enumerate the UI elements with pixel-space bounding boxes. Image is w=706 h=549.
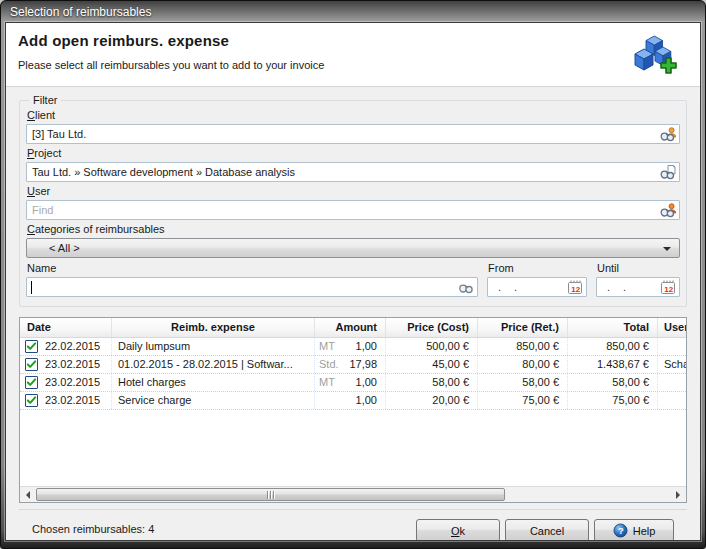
text-caret [31, 281, 32, 294]
scroll-left-button[interactable] [20, 487, 36, 502]
user-field[interactable]: Find [26, 200, 680, 220]
column-header-price-ret[interactable]: Price (Ret.) [478, 318, 568, 337]
row-unit: MT [315, 374, 341, 391]
filter-group: Filter Client [3] Tau Ltd. Project Tau L… [19, 94, 687, 307]
row-amount: 1,00 [341, 392, 386, 409]
titlebar[interactable]: Selection of reimbursables [1, 1, 705, 22]
thumb-grip-icon [267, 491, 268, 499]
dialog-footer: Chosen reimbursables: 4 Ok Cancel [19, 509, 687, 541]
dialog-body: Filter Client [3] Tau Ltd. Project Tau L… [6, 87, 700, 541]
reimbursables-table: Date Reimb. expense Amount Price (Cost) … [19, 317, 687, 503]
row-checkbox[interactable] [25, 358, 38, 371]
find-client-icon[interactable] [660, 126, 676, 142]
dialog-header: Add open reimburs. expense Please select… [6, 23, 700, 87]
client-value: [3] Tau Ltd. [32, 128, 86, 140]
project-label: Project [27, 147, 680, 159]
table-row[interactable]: 23.02.2015 Service charge 1,00 20,00 € 7… [20, 392, 686, 410]
cancel-button-label: Cancel [530, 525, 564, 537]
find-icon[interactable] [458, 279, 474, 295]
row-user: Scha [658, 356, 686, 373]
row-unit [315, 392, 341, 409]
table-empty-area [20, 410, 686, 486]
scrollbar-thumb[interactable] [36, 488, 505, 501]
table-row[interactable]: 22.02.2015 Daily lumpsum MT 1,00 500,00 … [20, 338, 686, 356]
until-date-input[interactable]: . . 12 [596, 277, 680, 297]
help-button[interactable]: ? Help [594, 519, 674, 541]
thumb-grip-icon [273, 491, 274, 499]
row-price-ret: 850,00 € [478, 338, 568, 355]
dialog-window: Selection of reimbursables Add open reim… [0, 0, 706, 549]
row-date: 23.02.2015 [45, 374, 100, 391]
row-total: 58,00 € [568, 374, 658, 391]
name-input[interactable] [26, 277, 478, 297]
column-header-expense[interactable]: Reimb. expense [112, 318, 315, 337]
column-header-amount[interactable]: Amount [315, 318, 386, 337]
row-user [658, 392, 686, 409]
arrow-left-icon [26, 491, 30, 499]
user-placeholder: Find [32, 204, 53, 216]
categories-dropdown[interactable]: < All > [26, 238, 680, 258]
row-price-cost: 20,00 € [386, 392, 478, 409]
categories-selected: < All > [49, 242, 80, 254]
row-unit: Std. [315, 356, 341, 373]
table-row[interactable]: 23.02.2015 01.02.2015 - 28.02.2015 | Sof… [20, 356, 686, 374]
scrollbar-track[interactable] [36, 487, 670, 502]
check-icon [26, 377, 37, 388]
row-total: 75,00 € [568, 392, 658, 409]
from-date-input[interactable]: . . 12 [487, 277, 587, 297]
row-date: 23.02.2015 [45, 392, 100, 409]
column-header-total[interactable]: Total [568, 318, 658, 337]
row-total: 1.438,67 € [568, 356, 658, 373]
arrow-right-icon [676, 491, 680, 499]
thumb-grip-icon [270, 491, 271, 499]
project-value: Tau Ltd. » Software development » Databa… [32, 166, 295, 178]
row-user [658, 338, 686, 355]
row-user [658, 374, 686, 391]
row-checkbox[interactable] [25, 376, 38, 389]
row-unit: MT [315, 338, 341, 355]
client-field[interactable]: [3] Tau Ltd. [26, 124, 680, 144]
row-date: 22.02.2015 [45, 338, 100, 355]
from-label: From [488, 262, 587, 274]
check-icon [26, 395, 37, 406]
ok-button[interactable]: Ok [416, 519, 500, 541]
find-user-icon[interactable] [660, 202, 676, 218]
row-price-cost: 500,00 € [386, 338, 478, 355]
row-checkbox[interactable] [25, 394, 38, 407]
row-price-cost: 58,00 € [386, 374, 478, 391]
check-icon [26, 359, 37, 370]
row-expense: Service charge [112, 392, 315, 409]
cancel-button[interactable]: Cancel [505, 519, 589, 541]
filter-legend: Filter [29, 94, 61, 106]
project-field[interactable]: Tau Ltd. » Software development » Databa… [26, 162, 680, 182]
svg-text:?: ? [618, 526, 624, 536]
row-expense: Daily lumpsum [112, 338, 315, 355]
svg-text:12: 12 [664, 285, 673, 294]
row-date: 23.02.2015 [45, 356, 100, 373]
add-reimbursables-cubes-icon [634, 35, 678, 77]
calendar-icon[interactable]: 12 [567, 279, 583, 295]
dialog-content: Add open reimburs. expense Please select… [5, 22, 701, 541]
column-header-price-cost[interactable]: Price (Cost) [386, 318, 478, 337]
row-price-ret: 75,00 € [478, 392, 568, 409]
user-label: User [27, 185, 680, 197]
column-header-user[interactable]: User [658, 318, 686, 337]
svg-text:12: 12 [571, 285, 580, 294]
calendar-icon[interactable]: 12 [660, 279, 676, 295]
page-subtitle: Please select all reimbursables you want… [18, 59, 688, 71]
find-project-icon[interactable] [660, 164, 676, 180]
table-row[interactable]: 23.02.2015 Hotel charges MT 1,00 58,00 €… [20, 374, 686, 392]
chevron-down-icon [663, 247, 671, 251]
row-checkbox[interactable] [25, 340, 38, 353]
horizontal-scrollbar[interactable] [20, 486, 686, 502]
ok-button-label: Ok [451, 525, 465, 537]
scroll-right-button[interactable] [670, 487, 686, 502]
row-amount: 1,00 [341, 338, 386, 355]
row-expense: Hotel charges [112, 374, 315, 391]
row-amount: 1,00 [341, 374, 386, 391]
status-text: Chosen reimbursables: 4 [32, 519, 154, 535]
page-title: Add open reimburs. expense [18, 32, 688, 49]
row-expense: 01.02.2015 - 28.02.2015 | Softwar... [112, 356, 315, 373]
from-date-value: . . [493, 281, 522, 293]
column-header-date[interactable]: Date [20, 318, 112, 337]
